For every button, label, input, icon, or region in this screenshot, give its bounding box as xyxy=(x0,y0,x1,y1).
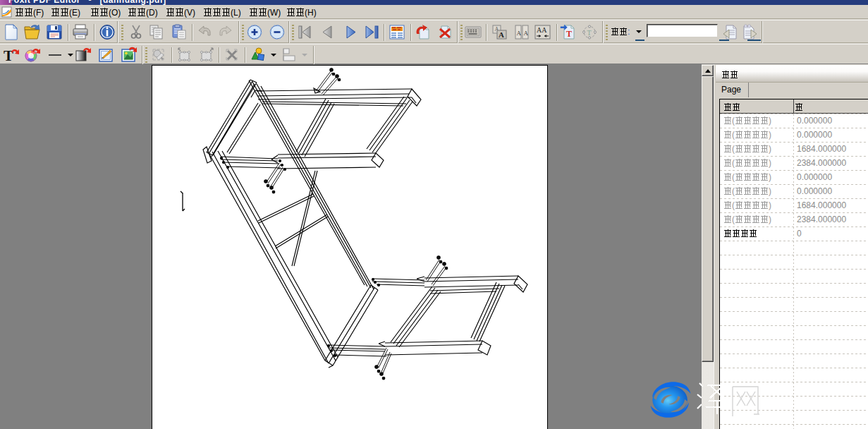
svg-text:T: T xyxy=(587,29,592,37)
svg-text:A: A xyxy=(524,30,529,37)
svg-text:A: A xyxy=(517,30,522,37)
svg-text:T: T xyxy=(4,47,13,63)
svg-text:A: A xyxy=(499,30,504,39)
svg-text:AA: AA xyxy=(537,26,547,34)
svg-text:T: T xyxy=(566,29,572,39)
